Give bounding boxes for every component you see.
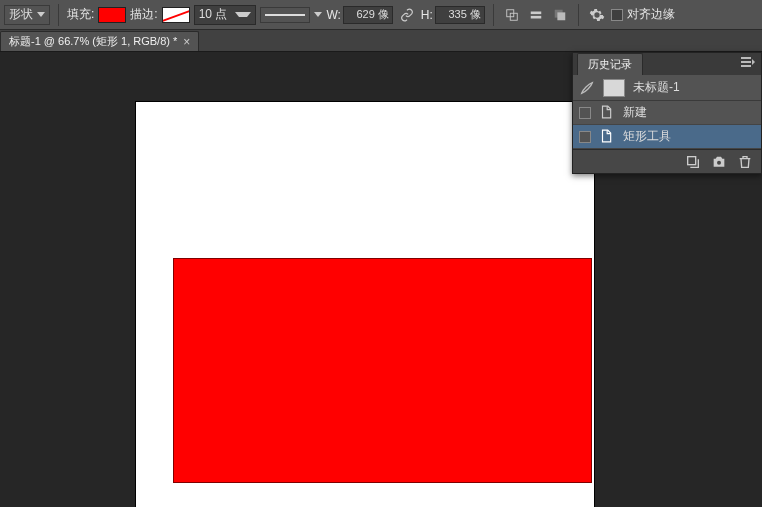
width-label: W: <box>326 8 340 22</box>
svg-rect-3 <box>531 15 542 18</box>
separator <box>493 4 494 26</box>
separator <box>578 4 579 26</box>
align-edges-label: 对齐边缘 <box>627 6 675 23</box>
rectangle-shape[interactable] <box>173 258 592 483</box>
brush-icon <box>579 80 595 96</box>
svg-marker-9 <box>752 59 755 65</box>
document-tab[interactable]: 标题-1 @ 66.7% (矩形 1, RGB/8) * × <box>0 31 199 51</box>
close-icon[interactable]: × <box>183 35 190 49</box>
stroke-label: 描边: <box>130 6 157 23</box>
stroke-line-icon <box>265 14 305 16</box>
new-doc-from-state-icon[interactable] <box>685 154 701 170</box>
shape-mode-label: 形状 <box>9 6 33 23</box>
svg-rect-5 <box>557 12 565 20</box>
chevron-down-icon <box>314 12 322 17</box>
stroke-style-dropdown[interactable] <box>260 7 310 23</box>
gear-icon[interactable] <box>587 5 607 25</box>
shape-mode-dropdown[interactable]: 形状 <box>4 5 50 25</box>
fill-swatch[interactable] <box>98 7 126 23</box>
align-edges-checkbox[interactable] <box>611 9 623 21</box>
history-document-row[interactable]: 未标题-1 <box>573 75 761 101</box>
history-item-new[interactable]: 新建 <box>573 101 761 125</box>
svg-rect-7 <box>741 61 751 63</box>
link-dimensions-icon[interactable] <box>397 5 417 25</box>
history-doc-name: 未标题-1 <box>633 79 680 96</box>
path-align-icon[interactable] <box>526 5 546 25</box>
width-input[interactable] <box>343 6 393 24</box>
document-canvas[interactable] <box>136 102 594 507</box>
stroke-swatch[interactable] <box>162 7 190 23</box>
stroke-width-value: 10 点 <box>195 6 232 23</box>
history-item-rectangle-tool[interactable]: 矩形工具 <box>573 125 761 149</box>
tab-history[interactable]: 历史记录 <box>577 53 643 75</box>
history-item-label: 新建 <box>623 104 647 121</box>
panel-tab-row: 历史记录 <box>573 53 761 75</box>
document-tab-title: 标题-1 @ 66.7% (矩形 1, RGB/8) * <box>9 34 177 49</box>
options-bar: 形状 填充: 描边: 10 点 W: H: 对 <box>0 0 762 30</box>
height-label: H: <box>421 8 433 22</box>
path-op-icon-1[interactable] <box>502 5 522 25</box>
svg-rect-6 <box>741 57 751 59</box>
history-checkbox[interactable] <box>579 131 591 143</box>
camera-icon[interactable] <box>711 154 727 170</box>
svg-rect-2 <box>531 11 542 14</box>
svg-rect-8 <box>741 65 751 67</box>
history-item-label: 矩形工具 <box>623 128 671 145</box>
page-icon <box>599 105 615 121</box>
height-field: H: <box>421 6 485 24</box>
trash-icon[interactable] <box>737 154 753 170</box>
history-panel: 历史记录 未标题-1 新建 矩形工具 <box>572 52 762 174</box>
svg-rect-10 <box>688 156 696 164</box>
width-field: W: <box>326 6 392 24</box>
separator <box>58 4 59 26</box>
history-tab-label: 历史记录 <box>588 58 632 70</box>
fill-label: 填充: <box>67 6 94 23</box>
chevron-down-icon <box>37 12 45 17</box>
path-arrange-icon[interactable] <box>550 5 570 25</box>
page-icon <box>599 129 615 145</box>
chevron-down-icon <box>235 12 251 17</box>
height-input[interactable] <box>435 6 485 24</box>
panel-menu-icon[interactable] <box>741 57 755 67</box>
history-checkbox[interactable] <box>579 107 591 119</box>
stroke-width-field[interactable]: 10 点 <box>194 5 257 25</box>
history-panel-footer <box>573 149 761 173</box>
svg-point-11 <box>717 160 721 164</box>
document-tab-bar: 标题-1 @ 66.7% (矩形 1, RGB/8) * × <box>0 30 762 52</box>
document-thumbnail <box>603 79 625 97</box>
